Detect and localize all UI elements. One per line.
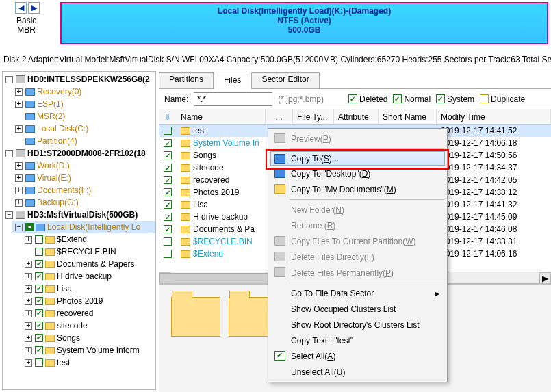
row-name: Lisa: [177, 200, 266, 209]
tree-partition[interactable]: +Recovery(0): [12, 86, 155, 98]
tree-folder[interactable]: +test: [22, 356, 155, 369]
ctx-unselect-all[interactable]: Unselect All(U): [270, 364, 445, 380]
ctx-preview: Preview(P): [270, 131, 445, 146]
tree-partition[interactable]: Partition(4): [12, 135, 155, 147]
disk-scheme-label: Basic MBR: [16, 16, 36, 35]
filter-name-input[interactable]: [194, 92, 272, 106]
row-modify: 2019-12-17 14:41:52: [437, 126, 551, 135]
tab-files[interactable]: Files: [214, 73, 251, 89]
row-checkbox[interactable]: [164, 176, 172, 184]
partition-bar-fs: NTFS (Active): [62, 16, 547, 25]
tree-folder[interactable]: +sitecode: [22, 319, 155, 332]
splitter[interactable]: [0, 68, 551, 68]
row-name: Songs: [177, 151, 266, 160]
row-checkbox[interactable]: [164, 188, 172, 196]
tree-folder[interactable]: $RECYCLE.BIN: [22, 246, 155, 258]
row-checkbox[interactable]: [164, 200, 172, 209]
back-button[interactable]: ◀: [15, 2, 27, 14]
tab-sector-editor[interactable]: Sector Editor: [251, 72, 319, 88]
col-shortname[interactable]: Short Name: [379, 109, 437, 124]
tree-disk-hd1[interactable]: −HD1:ST2000DM008-2FR102(18: [3, 147, 155, 159]
row-checkbox[interactable]: [164, 151, 172, 159]
filter-duplicate-checkbox[interactable]: Duplicate: [480, 94, 525, 104]
filter-deleted-checkbox[interactable]: Deleted: [348, 94, 387, 104]
folder-icon: [181, 238, 190, 246]
row-checkbox[interactable]: [164, 225, 172, 233]
row-modify: 2019-12-17 14:06:16: [437, 249, 551, 259]
ctx-goto-sector[interactable]: Go To File Data Sector▸: [270, 285, 445, 301]
row-checkbox[interactable]: [164, 213, 172, 221]
disk-geometry-info: Disk 2 Adapter:Virtual Model:MsftVirtual…: [3, 55, 551, 64]
col-filetype[interactable]: File Ty...: [293, 109, 334, 124]
separator: [290, 199, 444, 200]
checkbox-icon: [274, 351, 285, 361]
ctx-occupied-clusters[interactable]: Show Occupied Clusters List: [270, 301, 445, 317]
partition-bar[interactable]: Local Disk(Intelligently Load)(K:)-(Dama…: [60, 2, 548, 44]
row-modify: 2019-12-17 14:33:31: [437, 237, 551, 246]
preview-icon: [274, 133, 285, 143]
ctx-copy-desktop[interactable]: Copy To "Desktop"(D): [270, 166, 445, 181]
row-checkbox[interactable]: [164, 250, 172, 258]
tree-disk-hd3[interactable]: −HD3:MsftVirtualDisk(500GB): [3, 209, 155, 221]
delete-icon: [274, 252, 285, 261]
row-modify: 2019-12-17 14:42:05: [437, 175, 551, 185]
filter-normal-checkbox[interactable]: Normal: [393, 94, 431, 104]
row-checkbox[interactable]: [164, 237, 172, 246]
col-attribute[interactable]: Attribute: [334, 109, 379, 124]
row-modify: 2019-12-17 14:38:12: [437, 187, 551, 197]
ctx-rename: Rename (R): [270, 218, 445, 233]
row-modify: 2019-12-17 14:45:09: [437, 212, 551, 222]
delete-icon: [274, 267, 285, 277]
scroll-right-icon[interactable]: ▶: [539, 272, 551, 284]
folder-icon: [274, 184, 285, 194]
tree-partition[interactable]: +Local Disk(C:): [12, 122, 155, 135]
tree-disk-hd0[interactable]: −HD0:INTELSSDPEKKW256G8(2: [3, 73, 155, 86]
tab-partitions[interactable]: Partitions: [159, 72, 214, 88]
folder-icon: [181, 152, 190, 159]
forward-button[interactable]: ▶: [28, 2, 40, 14]
ctx-root-clusters[interactable]: Show Root Directory's Clusters List: [270, 317, 445, 332]
tree-folder[interactable]: +Documents & Papers: [22, 258, 155, 270]
tree-folder[interactable]: +Photos 2019: [22, 295, 155, 307]
row-name: recovered: [177, 175, 266, 185]
tree-folder[interactable]: +Songs: [22, 332, 155, 344]
ctx-select-all[interactable]: Select All(A): [270, 348, 445, 364]
col-modify[interactable]: Modify Time: [437, 109, 551, 124]
tree-folder[interactable]: +recovered: [22, 307, 155, 319]
tree-folder[interactable]: +$Extend: [22, 233, 155, 246]
folder-icon: [181, 201, 190, 209]
ctx-copy-text[interactable]: Copy Text : "test": [270, 332, 445, 348]
tree-folder[interactable]: +System Volume Inform: [22, 344, 155, 356]
grid-header: ⇩ Name ... File Ty... Attribute Short Na…: [159, 109, 551, 125]
folder-icon: [181, 250, 190, 258]
col-size[interactable]: ...: [266, 109, 293, 124]
ctx-copy-to[interactable]: Copy To(S)...: [270, 151, 445, 166]
tree-partition[interactable]: +Backup(G:): [12, 196, 155, 209]
folder-icon: [274, 154, 285, 164]
select-all-arrow-icon[interactable]: ⇩: [159, 112, 177, 122]
tree-partition[interactable]: +Virual(E:): [12, 172, 155, 184]
ctx-copy-documents[interactable]: Copy To "My Documents"(M): [270, 181, 445, 197]
folder-icon: [181, 189, 190, 196]
col-name[interactable]: Name: [177, 109, 266, 124]
filter-system-checkbox[interactable]: System: [436, 94, 474, 104]
tree-partition[interactable]: +Documents(F:): [12, 184, 155, 196]
preview-folder-icon: [171, 297, 220, 337]
submenu-arrow-icon: ▸: [435, 289, 439, 298]
tree-folder[interactable]: +Lisa: [22, 283, 155, 295]
row-checkbox[interactable]: [164, 164, 172, 172]
tree-partition[interactable]: +ESP(1): [12, 98, 155, 110]
row-name: Photos 2019: [177, 187, 266, 197]
tree-partition[interactable]: MSR(2): [12, 110, 155, 122]
separator: [290, 283, 444, 283]
row-checkbox[interactable]: [164, 139, 172, 147]
row-modify: 2019-12-17 14:34:37: [437, 163, 551, 172]
row-checkbox[interactable]: [164, 127, 172, 135]
filter-bar: Name: (*.jpg;*.bmp) Deleted Normal Syste…: [159, 89, 551, 109]
disk-tree[interactable]: −HD0:INTELSSDPEKKW256G8(2 +Recovery(0) +…: [2, 71, 156, 390]
tree-folder[interactable]: +H drive backup: [22, 270, 155, 283]
row-name: Documents & Pa: [177, 224, 266, 234]
tree-partition[interactable]: +Work(D:): [12, 159, 155, 172]
folder-icon: [181, 127, 190, 135]
tree-partition-selected[interactable]: −Local Disk(Intelligently Lo: [12, 221, 155, 233]
